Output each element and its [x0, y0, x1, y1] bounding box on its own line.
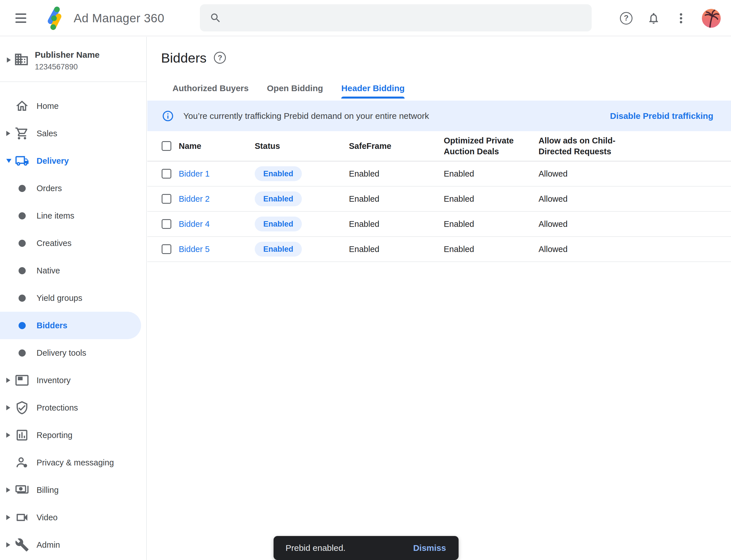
- toast-message: Prebid enabled.: [286, 543, 346, 553]
- sidebar-item-privacy-messaging[interactable]: Privacy & messaging: [0, 449, 146, 476]
- inventory-icon: [14, 373, 30, 387]
- page-help-icon[interactable]: ?: [214, 52, 226, 64]
- network-code: 1234567890: [35, 63, 78, 71]
- sidebar-nav: Home Sales Delivery Orders Line items: [0, 82, 146, 559]
- row-checkbox[interactable]: [162, 219, 171, 229]
- sidebar-item-creatives[interactable]: Creatives: [0, 229, 146, 257]
- status-badge: Enabled: [255, 191, 302, 206]
- sidebar-item-inventory[interactable]: Inventory: [0, 367, 146, 394]
- chevron-right-icon[interactable]: [6, 433, 10, 438]
- sidebar-item-home[interactable]: Home: [0, 92, 146, 120]
- column-header-status: Status: [255, 131, 280, 161]
- cart-icon: [14, 126, 30, 141]
- sidebar-item-billing[interactable]: Billing: [0, 476, 146, 504]
- bullet-icon: [19, 212, 26, 219]
- sidebar: Publisher Name 1234567890 Home Sales Del…: [0, 37, 147, 560]
- chevron-down-icon[interactable]: [6, 159, 11, 163]
- chevron-right-icon[interactable]: [6, 542, 10, 547]
- page-title: Bidders: [161, 50, 207, 66]
- bidder-link[interactable]: Bidder 5: [179, 245, 210, 254]
- column-header-optimized-private-auction-deals: Optimized Private Auction Deals: [444, 131, 532, 161]
- sidebar-item-line-items[interactable]: Line items: [0, 202, 146, 229]
- sidebar-item-native[interactable]: Native: [0, 257, 146, 284]
- bullet-icon: [19, 185, 26, 192]
- disable-prebid-trafficking-link[interactable]: Disable Prebid trafficking: [610, 111, 713, 121]
- bidder-link[interactable]: Bidder 4: [179, 219, 210, 229]
- select-all-checkbox[interactable]: [162, 141, 171, 151]
- status-badge: Enabled: [255, 217, 302, 231]
- sidebar-item-sales[interactable]: Sales: [0, 120, 146, 147]
- child-directed-cell: Allowed: [538, 237, 633, 261]
- prebid-info-banner: You’re currently trafficking Prebid dema…: [147, 101, 731, 131]
- billing-icon: [14, 483, 30, 497]
- safeframe-cell: Enabled: [349, 237, 379, 261]
- bidder-link[interactable]: Bidder 1: [179, 169, 210, 179]
- building-icon: [14, 52, 29, 67]
- snackbar-toast: Prebid enabled. Dismiss: [274, 536, 458, 560]
- table-row: Bidder 4 Enabled Enabled Enabled Allowed: [147, 212, 731, 237]
- account-avatar[interactable]: [702, 9, 721, 28]
- status-badge: Enabled: [255, 166, 302, 181]
- notifications-button[interactable]: [647, 12, 660, 25]
- column-header-child-directed: Allow ads on Child-Directed Requests: [538, 131, 633, 161]
- chevron-right-icon[interactable]: [6, 131, 10, 136]
- publisher-name: Publisher Name: [35, 50, 100, 60]
- chevron-right-icon[interactable]: [6, 378, 10, 383]
- info-icon: [162, 110, 174, 122]
- global-search-bar[interactable]: [200, 4, 592, 31]
- sidebar-item-video[interactable]: Video: [0, 504, 146, 531]
- wrench-icon: [14, 538, 30, 552]
- status-badge: Enabled: [255, 242, 302, 257]
- row-checkbox[interactable]: [162, 194, 171, 204]
- tab-header-bidding[interactable]: Header Bidding: [341, 83, 404, 99]
- tab-bar: Authorized Buyers Open Bidding Header Bi…: [173, 83, 404, 99]
- table-row: Bidder 1 Enabled Enabled Enabled Allowed: [147, 161, 731, 187]
- child-directed-cell: Allowed: [538, 161, 633, 186]
- opad-cell: Enabled: [444, 237, 532, 261]
- row-checkbox[interactable]: [162, 244, 171, 254]
- dismiss-button[interactable]: Dismiss: [413, 543, 446, 553]
- sidebar-item-reporting[interactable]: Reporting: [0, 421, 146, 449]
- sidebar-item-orders[interactable]: Orders: [0, 175, 146, 202]
- table-row: Bidder 5 Enabled Enabled Enabled Allowed: [147, 237, 731, 262]
- child-directed-cell: Allowed: [538, 212, 633, 236]
- bidder-link[interactable]: Bidder 2: [179, 194, 210, 204]
- bidders-table: Name Status SafeFrame Optimized Private …: [147, 131, 731, 262]
- account-switcher[interactable]: Publisher Name 1234567890: [0, 37, 146, 82]
- sidebar-item-admin[interactable]: Admin: [0, 531, 146, 559]
- video-camera-icon: [14, 510, 30, 525]
- row-checkbox[interactable]: [162, 169, 171, 179]
- sidebar-item-protections[interactable]: Protections: [0, 394, 146, 421]
- table-header-row: Name Status SafeFrame Optimized Private …: [147, 131, 731, 161]
- app-title: Ad Manager 360: [74, 0, 165, 36]
- home-icon: [14, 99, 30, 113]
- search-input[interactable]: [230, 13, 583, 23]
- tab-open-bidding[interactable]: Open Bidding: [267, 83, 323, 99]
- chevron-right-icon[interactable]: [6, 405, 10, 410]
- sidebar-item-delivery[interactable]: Delivery: [0, 147, 146, 175]
- person-badge-icon: [14, 455, 30, 470]
- bullet-icon: [19, 349, 26, 357]
- tab-authorized-buyers[interactable]: Authorized Buyers: [173, 83, 249, 99]
- more-options-button[interactable]: [674, 12, 688, 25]
- bullet-icon: [19, 267, 26, 274]
- sidebar-item-delivery-tools[interactable]: Delivery tools: [0, 339, 146, 367]
- main-content: Bidders ? Authorized Buyers Open Bidding…: [147, 37, 731, 560]
- truck-icon: [14, 154, 30, 168]
- opad-cell: Enabled: [444, 161, 532, 186]
- help-button[interactable]: ?: [620, 12, 633, 25]
- bullet-icon: [19, 322, 26, 329]
- sidebar-item-yield-groups[interactable]: Yield groups: [0, 284, 146, 312]
- safeframe-cell: Enabled: [349, 161, 379, 186]
- hamburger-menu-icon[interactable]: [15, 11, 26, 25]
- notifications-icon: [647, 12, 660, 25]
- safeframe-cell: Enabled: [349, 212, 379, 236]
- bullet-icon: [19, 295, 26, 302]
- opad-cell: Enabled: [444, 187, 532, 211]
- chevron-right-icon[interactable]: [6, 515, 10, 520]
- chevron-right-icon[interactable]: [6, 487, 10, 493]
- sidebar-item-bidders[interactable]: Bidders: [0, 312, 141, 339]
- reporting-icon: [14, 428, 30, 442]
- ad-manager-logo: [42, 5, 67, 32]
- help-icon: ?: [620, 12, 632, 25]
